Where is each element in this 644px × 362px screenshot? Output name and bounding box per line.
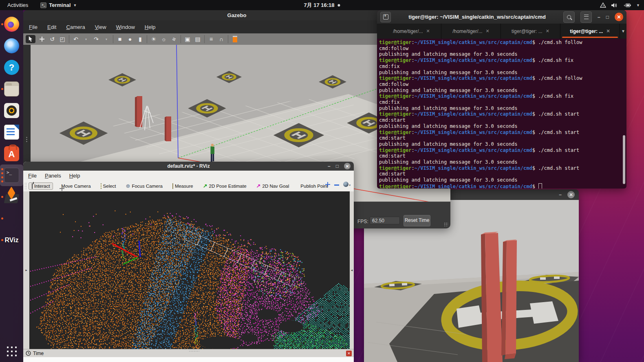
terminal-output[interactable]: tiger@tiger:~/VISIM_single/catkin_ws/src…: [377, 39, 626, 189]
tab-close-icon[interactable]: ✕: [486, 29, 490, 34]
pointcloud-viewport[interactable]: [29, 191, 350, 349]
activities-button[interactable]: Activities: [5, 2, 31, 8]
rviz-tool-2d-pose-estimate[interactable]: ↗2D Pose Estimate: [200, 182, 250, 190]
dock-item-firefox[interactable]: [0, 13, 23, 35]
time-panel-header[interactable]: Time ✕: [23, 349, 354, 357]
gazebo-tool-scale-icon[interactable]: ◰: [59, 35, 66, 43]
system-status-area[interactable]: ? ▼: [600, 2, 640, 8]
clock-button[interactable]: 7月 17 16:18: [304, 2, 340, 9]
terminal-line: publishing and latching message for 3.0 …: [379, 177, 626, 183]
dock-item-terminal[interactable]: [0, 165, 23, 186]
gazebo-tool-select-arrow-icon[interactable]: [26, 35, 35, 43]
gazebo-tool-point-light-icon[interactable]: ☀: [150, 35, 157, 43]
time-panel-close-icon[interactable]: ✕: [346, 351, 352, 356]
toolbar-drag-handle[interactable]: [24, 182, 27, 190]
panel-drag-handle[interactable]: [189, 351, 199, 352]
terminal-line: publishing and latching message for 3.0 …: [379, 141, 626, 147]
gazebo-tool-undo-caret-icon[interactable]: ▾: [82, 35, 90, 43]
minimize-icon[interactable]: –: [559, 192, 562, 197]
minimize-icon[interactable]: –: [598, 15, 600, 20]
gazebo-tool-redo-caret-icon[interactable]: ▾: [103, 35, 110, 43]
dock-item-rviz[interactable]: RViz: [0, 229, 23, 251]
gazebo-tool-cylinder-icon[interactable]: ▮: [137, 35, 144, 43]
dock-item-thunderbird[interactable]: [0, 35, 23, 57]
dock-item-gazebo[interactable]: [0, 186, 23, 208]
clock-label: 7月 17 16:18: [304, 2, 334, 9]
gazebo-tool-redo-icon[interactable]: ↷: [93, 35, 100, 43]
gazebo-tool-rotate-icon[interactable]: ↺: [49, 35, 56, 43]
terminal-titlebar[interactable]: tiger@tiger: ~/VISIM_single/catkin_ws/sr…: [377, 10, 626, 24]
minimize-icon[interactable]: –: [328, 164, 331, 169]
gazebo-tool-copy-icon[interactable]: ▣: [184, 35, 191, 43]
rviz-tool-select[interactable]: Select: [97, 182, 119, 190]
gazebo-icon: [4, 189, 19, 204]
resize-grip[interactable]: [444, 222, 448, 226]
gazebo-menu-view[interactable]: View: [95, 24, 106, 30]
tab-list-caret-icon[interactable]: ▼: [620, 24, 626, 39]
camera-type-button[interactable]: ▾: [343, 182, 351, 187]
gazebo-menu-edit[interactable]: Edit: [47, 24, 56, 30]
gazebo-tool-undo-icon[interactable]: ↶: [72, 35, 79, 43]
close-icon[interactable]: ✕: [615, 13, 623, 21]
terminal-scrollbar-thumb[interactable]: [623, 135, 625, 184]
remove-tool-button[interactable]: [334, 184, 339, 186]
tool-label: Interact: [34, 184, 50, 189]
gazebo-tool-building-editor-icon[interactable]: [231, 35, 238, 43]
dock-item-show-apps[interactable]: [0, 340, 23, 362]
dock-item-help[interactable]: [0, 57, 23, 78]
gazebo-tool-spot-light-icon[interactable]: ☼: [160, 35, 168, 43]
menu-button[interactable]: [580, 11, 592, 23]
close-icon[interactable]: ✕: [567, 191, 575, 198]
gazebo-tool-box-icon[interactable]: ■: [116, 35, 124, 43]
gazebo-tool-directional-light-icon[interactable]: ≡: [170, 35, 178, 43]
rviz-menu-help[interactable]: Help: [69, 173, 80, 179]
terminal-tab-1[interactable]: /home/tiger/...✕: [382, 24, 441, 39]
gazebo-menu-file[interactable]: File: [29, 24, 37, 30]
firefox-icon: [4, 17, 19, 32]
tab-close-icon[interactable]: ✕: [546, 29, 549, 34]
app-menu-button[interactable]: >_ Terminal ▼: [40, 2, 77, 8]
maximize-icon[interactable]: □: [336, 164, 339, 169]
dock-item-rhythmbox[interactable]: [0, 100, 23, 121]
rviz-tool-move-camera[interactable]: Move Camera: [56, 182, 94, 190]
tab-close-icon[interactable]: ✕: [606, 29, 610, 34]
dock-item-writer[interactable]: [0, 121, 23, 143]
rviz-tool-focus-camera[interactable]: ⊕Focus Camera: [123, 182, 166, 190]
dock-item-dark-app[interactable]: [0, 208, 23, 229]
add-tool-button[interactable]: [325, 182, 330, 187]
gazebo-menu-window[interactable]: Window: [116, 24, 135, 30]
terminal-line: cmd:fix: [379, 64, 626, 70]
fps-value-field[interactable]: 62.50: [370, 217, 400, 224]
left-panel-expand-handle[interactable]: ▸: [23, 191, 29, 349]
terminal-tab-2[interactable]: /home/tiger/...✕: [441, 24, 501, 39]
gazebo-tool-sphere-icon[interactable]: ●: [126, 35, 134, 43]
terminal-line: cmd:follow: [379, 46, 626, 52]
new-tab-button[interactable]: [380, 12, 391, 22]
gazebo-tool-align-icon[interactable]: ≡: [207, 35, 215, 43]
gazebo-tool-snap-icon[interactable]: ∩: [218, 35, 225, 43]
tool-label: Select: [103, 184, 116, 189]
dock-item-software[interactable]: [0, 143, 23, 165]
gazebo-tool-paste-icon[interactable]: ▤: [194, 35, 201, 43]
terminal-window: tiger@tiger: ~/VISIM_single/catkin_ws/sr…: [377, 10, 626, 189]
rviz-tool-interact[interactable]: Interact: [29, 182, 53, 190]
files-icon: [4, 81, 19, 97]
gazebo-menu-camera[interactable]: Camera: [66, 24, 85, 30]
rviz-tool-measure[interactable]: Measure: [169, 182, 196, 190]
terminal-tab-4[interactable]: tiger@tiger: ...✕: [560, 24, 620, 39]
terminal-tab-3[interactable]: tiger@tiger: ...✕: [501, 24, 560, 39]
rviz-titlebar[interactable]: default.rviz* - RViz – □ ✕: [23, 162, 354, 171]
gazebo-tool-translate-icon[interactable]: [38, 35, 46, 43]
rviz-tool-2d-nav-goal[interactable]: ↗2D Nav Goal: [253, 182, 293, 190]
close-icon[interactable]: ✕: [344, 163, 351, 169]
search-button[interactable]: [563, 11, 575, 23]
tab-close-icon[interactable]: ✕: [426, 29, 430, 34]
dock-item-files[interactable]: [0, 78, 23, 100]
rviz-menu-file[interactable]: File: [28, 173, 37, 179]
maximize-icon[interactable]: □: [606, 15, 609, 20]
right-panel-expand-handle[interactable]: ◂: [350, 191, 354, 349]
app-menu-label: Terminal: [49, 2, 71, 8]
gazebo-menu-help[interactable]: Help: [145, 24, 156, 30]
reset-time-button[interactable]: Reset Time: [404, 215, 430, 226]
rviz-menu-panels[interactable]: Panels: [45, 173, 61, 179]
